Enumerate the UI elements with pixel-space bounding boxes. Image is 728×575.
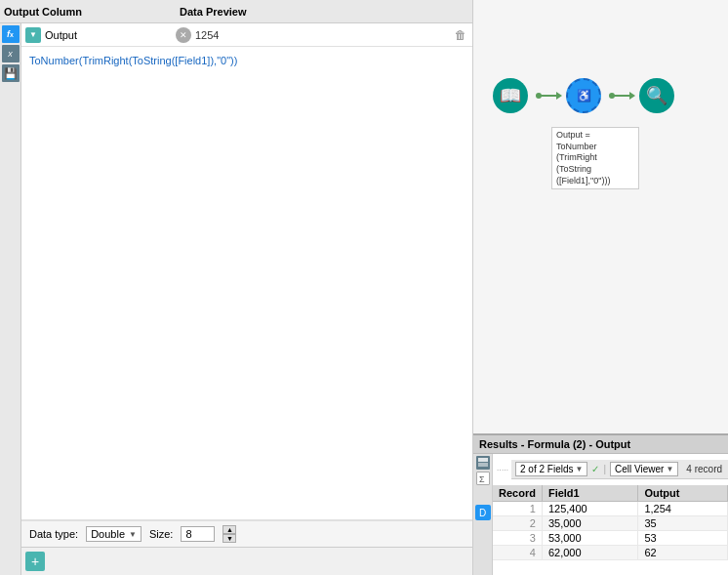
row-number: 2 <box>493 516 542 531</box>
column-header-row: Output Column Data Preview <box>0 0 472 23</box>
svg-text:Σ: Σ <box>479 474 485 483</box>
add-field-button[interactable]: + <box>25 552 45 571</box>
pipe-divider: | <box>603 464 606 474</box>
cell-output: 35 <box>638 516 728 531</box>
cell-viewer-button[interactable]: Cell Viewer ▼ <box>610 462 678 476</box>
clear-button[interactable]: ✕ <box>176 27 191 43</box>
checkmark-icon: ✓ <box>591 464 599 474</box>
records-count: 4 record <box>686 464 722 474</box>
cell-output: 1,254 <box>638 502 728 516</box>
datatype-value: Double <box>91 528 125 540</box>
row-number: 4 <box>493 546 542 560</box>
formula-editor[interactable]: ToNumber(TrimRight(ToString([Field1]),"0… <box>21 47 472 520</box>
output-column-header: Output Column <box>4 6 180 18</box>
cell-field1: 125,400 <box>542 502 638 516</box>
fields-dropdown-icon: ▼ <box>576 465 584 473</box>
size-label: Size: <box>149 528 173 540</box>
dropdown-arrow-icon[interactable]: ▼ <box>25 27 41 43</box>
datatype-row: Data type: Double ▼ Size: 8 ▲ ▼ <box>21 520 472 547</box>
cell-viewer-label: Cell Viewer <box>615 464 664 474</box>
connector-line-left <box>539 95 558 97</box>
table-icon <box>478 458 488 468</box>
table-action-icon[interactable]: D <box>475 505 491 520</box>
cell-field1: 35,000 <box>542 516 638 531</box>
size-input[interactable]: 8 <box>181 526 215 542</box>
workflow-canvas: 📖 ♿ 🔍 Output =T <box>473 0 728 433</box>
table-row: 3 53,000 53 <box>493 531 728 546</box>
node-label-text: Output =ToNumber(TrimRight(ToString([Fie… <box>556 130 610 185</box>
step-up-button[interactable]: ▲ <box>222 525 236 534</box>
field-row: ▼ Output ✕ 1254 🗑 <box>21 23 472 47</box>
table-row: 1 125,400 1,254 <box>493 502 728 516</box>
input-node[interactable]: 📖 <box>493 78 528 113</box>
row-number: 1 <box>493 502 542 516</box>
results-panel: Results - Formula (2) - Output Σ · · · <box>473 433 728 575</box>
browse-node[interactable]: 🔍 <box>639 78 674 113</box>
formula-node-icon: ♿ <box>574 86 593 105</box>
cell-field1: 62,000 <box>542 546 638 560</box>
data-preview-header: Data Preview <box>180 6 468 18</box>
sigma-icon: Σ <box>478 473 488 483</box>
results-icon-1[interactable] <box>476 456 490 470</box>
results-left-icons: Σ <box>473 454 493 485</box>
cell-field1: 53,000 <box>542 531 638 546</box>
results-title: Results - Formula (2) - Output <box>479 438 630 450</box>
col-output: Output <box>638 485 728 502</box>
right-panel: 📖 ♿ 🔍 Output =T <box>473 0 728 575</box>
node-label: Output =ToNumber(TrimRight(ToString([Fie… <box>551 127 639 189</box>
workflow-nodes: 📖 ♿ 🔍 <box>493 78 674 113</box>
field-preview-value: 1254 <box>195 29 453 41</box>
size-stepper[interactable]: ▲ ▼ <box>222 525 236 543</box>
step-down-button[interactable]: ▼ <box>222 534 236 543</box>
field-name: Output <box>45 29 172 41</box>
col-record: Record <box>493 485 542 502</box>
side-toolbar: fx x 💾 <box>0 23 21 575</box>
svg-rect-3 <box>478 463 488 467</box>
results-toolbar: 2 of 2 Fields ▼ ✓ | Cell Viewer ▼ 4 reco… <box>511 460 728 479</box>
table-row: 2 35,000 35 <box>493 516 728 531</box>
fields-dropdown-button[interactable]: 2 of 2 Fields ▼ <box>515 462 587 476</box>
datatype-select[interactable]: Double ▼ <box>86 526 142 542</box>
results-header: Results - Formula (2) - Output <box>473 435 728 454</box>
drag-handle: · · · · · <box>493 464 511 476</box>
x-icon[interactable]: x <box>2 45 20 62</box>
svg-rect-2 <box>478 458 488 462</box>
left-panel: Output Column Data Preview fx x 💾 ▼ Outp… <box>0 0 473 575</box>
connector-line-right <box>612 95 631 97</box>
cell-viewer-dropdown-icon: ▼ <box>666 465 673 473</box>
datatype-dropdown-icon: ▼ <box>129 530 137 539</box>
fields-count-label: 2 of 2 Fields <box>520 464 573 474</box>
table-left-strip: D <box>473 485 493 575</box>
results-table: Record Field1 Output 1 125,400 1,254 2 3… <box>493 485 728 575</box>
save-icon[interactable]: 💾 <box>2 64 20 82</box>
results-icon-2[interactable]: Σ <box>476 472 490 485</box>
col-field1: Field1 <box>542 485 638 502</box>
formula-node[interactable]: ♿ <box>566 78 601 113</box>
table-row: 4 62,000 62 <box>493 546 728 560</box>
fx-icon[interactable]: fx <box>2 25 20 43</box>
svg-text:♿: ♿ <box>577 88 591 103</box>
cell-output: 62 <box>638 546 728 560</box>
formula-text: ToNumber(TrimRight(ToString([Field1]),"0… <box>29 53 465 69</box>
delete-button[interactable]: 🗑 <box>453 27 468 43</box>
row-number: 3 <box>493 531 542 546</box>
datatype-label: Data type: <box>29 528 78 540</box>
cell-output: 53 <box>638 531 728 546</box>
